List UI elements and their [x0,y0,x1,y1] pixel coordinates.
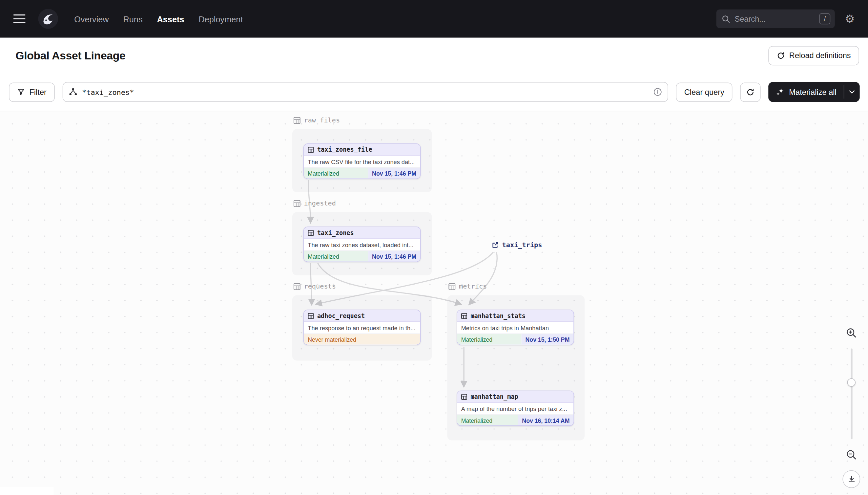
asset-name: adhoc_request [317,312,365,319]
asset-status: Materialized [457,415,518,425]
group-label-ingested[interactable]: ingested [293,200,336,207]
nav-item-overview[interactable]: Overview [74,14,109,24]
zoom-slider-track[interactable] [851,348,852,439]
asset-node-manhattan-stats[interactable]: manhattan_stats Metrics on taxi trips in… [457,309,574,345]
asset-name: manhattan_stats [471,312,526,319]
page-header: Global Asset Lineage Reload definitions [0,38,868,73]
asset-status: Materialized [304,168,368,178]
sparkles-icon [776,88,785,97]
global-search[interactable]: / [716,10,835,28]
asset-description: The raw taxi zones dataset, loaded int..… [304,239,420,250]
asset-node-adhoc-request[interactable]: adhoc_request The response to an request… [303,309,421,345]
group-name: raw_files [304,116,340,124]
filter-funnel-icon [17,88,25,96]
table-icon [461,313,467,319]
hamburger-menu-icon[interactable] [14,14,25,23]
zoom-slider-handle[interactable] [847,378,855,387]
asset-name: taxi_zones_file [317,146,372,153]
group-name: ingested [304,200,336,207]
refresh-icon [777,51,785,59]
primary-nav: Overview Runs Assets Deployment [74,14,243,24]
canvas-corner-strip [0,487,54,495]
external-asset-taxi-trips[interactable]: taxi_trips [492,241,542,249]
clear-query-button[interactable]: Clear query [676,82,732,102]
download-graph-button[interactable] [843,471,860,488]
zoom-slider[interactable] [843,348,860,439]
nav-item-assets[interactable]: Assets [157,14,184,24]
group-name: metrics [459,283,487,290]
asset-timestamp[interactable]: Nov 15, 1:50 PM [521,334,574,345]
asset-graph-icon [69,88,77,97]
search-input[interactable] [734,14,815,23]
top-navbar: Overview Runs Assets Deployment / ⚙ [0,0,868,38]
asset-description: The response to an request made in th... [304,322,420,333]
table-icon [308,147,314,153]
asset-status: Materialized [457,334,521,345]
zoom-out-button[interactable] [843,446,860,463]
asset-selection-input[interactable] [82,88,649,96]
asset-status: Materialized [304,251,368,261]
filter-button[interactable]: Filter [9,82,55,102]
asset-node-taxi-zones-file[interactable]: taxi_zones_file The raw CSV file for the… [303,143,421,179]
nav-item-runs[interactable]: Runs [123,14,142,24]
asset-name: manhattan_map [471,393,518,400]
group-icon [293,117,300,124]
materialize-all-label: Materialize all [789,88,836,97]
reload-definitions-label: Reload definitions [789,51,851,60]
lineage-edges [0,111,868,495]
asset-node-manhattan-map[interactable]: manhattan_map A map of the number of tri… [457,391,574,426]
asset-description: A map of the number of trips per taxi z.… [457,403,573,414]
group-icon [448,283,456,290]
external-link-icon [492,241,499,249]
asset-node-taxi-zones[interactable]: taxi_zones The raw taxi zones dataset, l… [303,226,421,262]
group-icon [293,200,300,207]
group-name: requests [304,283,336,290]
asset-timestamp[interactable]: Nov 15, 1:46 PM [368,251,420,261]
asset-selection-input-wrap[interactable] [63,82,668,102]
settings-gear-icon[interactable]: ⚙ [845,14,854,24]
table-icon [308,313,314,319]
lineage-toolbar: Filter Clear query [0,73,868,111]
materialize-options-caret[interactable] [844,82,860,102]
asset-description: Metrics on taxi trips in Manhattan [457,322,573,333]
search-icon [722,15,730,23]
nav-item-deployment[interactable]: Deployment [198,14,243,24]
lineage-canvas[interactable]: raw_files ingested requests metrics taxi… [0,111,868,495]
filter-label: Filter [29,88,47,97]
materialize-all-button[interactable]: Materialize all [768,82,844,102]
search-shortcut-badge: / [819,14,831,24]
app-window: Overview Runs Assets Deployment / ⚙ Glob… [0,0,868,495]
group-label-metrics[interactable]: metrics [448,283,487,290]
table-icon [461,394,467,400]
zoom-in-button[interactable] [843,324,860,342]
asset-timestamp[interactable]: Nov 15, 1:46 PM [368,168,420,178]
asset-timestamp[interactable]: Nov 16, 10:14 AM [518,415,574,425]
group-label-raw-files[interactable]: raw_files [293,116,340,124]
page-title: Global Asset Lineage [15,49,125,62]
external-asset-name: taxi_trips [502,241,542,249]
clear-query-label: Clear query [684,88,724,97]
group-icon [293,283,300,290]
query-info-icon[interactable] [653,88,662,97]
dagster-logo[interactable] [38,8,59,29]
group-label-requests[interactable]: requests [293,283,336,290]
materialize-all-split-button: Materialize all [768,82,860,102]
table-icon [308,229,314,236]
asset-description: The raw CSV file for the taxi zones dat.… [304,156,420,167]
asset-status: Never materialized [304,334,420,345]
refresh-query-button[interactable] [740,82,761,102]
reload-definitions-button[interactable]: Reload definitions [768,46,859,65]
asset-name: taxi_zones [317,229,354,236]
